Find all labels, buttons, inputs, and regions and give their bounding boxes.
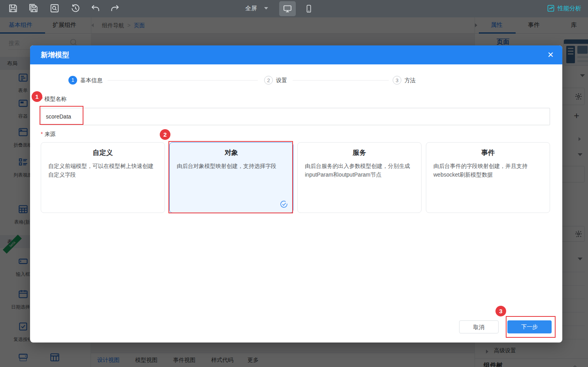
history-icon[interactable]: [70, 3, 81, 13]
card-title: 自定义: [41, 148, 164, 157]
step-1-label: 基本信息: [80, 77, 102, 84]
mobile-view-button[interactable]: [301, 1, 317, 16]
card-title: 服务: [298, 148, 421, 157]
desktop-view-button[interactable]: [279, 1, 296, 16]
chevron-down-icon: [264, 7, 268, 9]
step-connector: [293, 80, 389, 81]
annotation-box-name-input: [40, 106, 83, 125]
card-description: 由后台事件的字段映射创建，并且支持websocket刷新模型数据: [433, 162, 543, 179]
source-label: *来源: [41, 131, 55, 138]
fullscreen-select[interactable]: 全屏: [245, 5, 257, 12]
model-name-input[interactable]: [41, 108, 550, 125]
close-icon[interactable]: ×: [548, 49, 554, 60]
performance-chart-icon: [547, 4, 555, 12]
performance-analysis-button[interactable]: 性能分析: [547, 4, 581, 12]
source-card-custom[interactable]: 自定义 自定义前端模型，可以在模型树上快速创建自定义字段: [41, 142, 165, 213]
annotation-badge-1: 1: [32, 91, 42, 102]
step-2-label: 设置: [276, 77, 287, 84]
model-name-label: *模型名称: [41, 96, 66, 103]
step-2-circle: 2: [264, 76, 273, 85]
annotation-box-next-button: [506, 316, 556, 338]
top-toolbar: 全屏 性能分析: [0, 0, 588, 17]
app-root: 全屏 性能分析 基本组件 扩展组件 组件导航>页面 属性 事件 库: [0, 0, 588, 367]
source-card-event[interactable]: 事件 由后台事件的字段映射创建，并且支持websocket刷新模型数据: [426, 142, 550, 213]
preview-icon[interactable]: [49, 3, 60, 13]
mobile-icon: [304, 4, 313, 13]
save-icon[interactable]: [8, 3, 18, 13]
modal-header: 新增模型 ×: [30, 45, 562, 64]
modal-title: 新增模型: [41, 50, 69, 60]
new-model-modal: 新增模型 × 1 基本信息 2 设置 3 方法 *模型名称 *来源 自定义 自定…: [30, 45, 562, 343]
card-description: 由后台服务的出入参数模型创建，分别生成inputParam和outputPara…: [305, 162, 414, 179]
undo-icon[interactable]: [90, 3, 100, 13]
step-connector: [108, 80, 258, 81]
annotation-box-object-card: [168, 141, 293, 213]
desktop-icon: [283, 4, 292, 13]
annotation-badge-3: 3: [495, 306, 506, 316]
step-3-label: 方法: [405, 77, 416, 84]
save-as-icon[interactable]: [28, 3, 39, 13]
cancel-button[interactable]: 取消: [459, 320, 499, 333]
step-3-circle: 3: [393, 76, 401, 85]
step-1-circle: 1: [68, 76, 77, 85]
card-title: 事件: [426, 148, 550, 157]
annotation-badge-2: 2: [160, 129, 170, 140]
redo-icon[interactable]: [110, 3, 120, 13]
card-description: 自定义前端模型，可以在模型树上快速创建自定义字段: [48, 162, 157, 179]
source-card-service[interactable]: 服务 由后台服务的出入参数模型创建，分别生成inputParam和outputP…: [297, 142, 422, 213]
